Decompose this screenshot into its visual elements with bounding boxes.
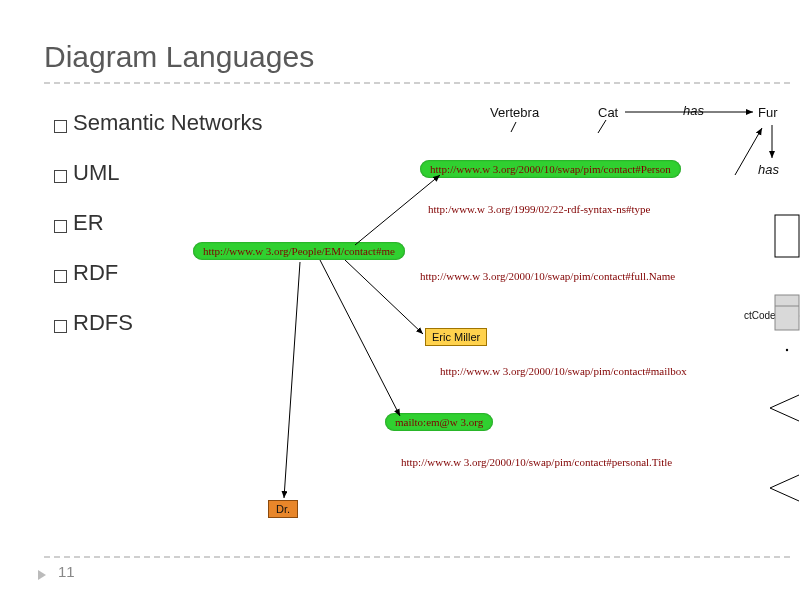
semnet-vertebra: Vertebra <box>490 105 539 120</box>
bullet-label: RDFS <box>73 310 133 336</box>
bullet-label: RDF <box>73 260 118 286</box>
divider-top <box>44 82 790 84</box>
rdf-node-eric: Eric Miller <box>425 328 487 346</box>
bullet-uml: UML <box>54 160 263 186</box>
bullet-er: ER <box>54 210 263 236</box>
bullet-label: Semantic Networks <box>73 110 263 136</box>
semnet-has: has <box>683 103 704 118</box>
slide-title: Diagram Languages <box>44 40 314 74</box>
bullet-rdf: RDF <box>54 260 263 286</box>
semnet-cat: Cat <box>598 105 618 120</box>
bullet-icon <box>54 170 67 183</box>
rdf-edge-type: http:/www.w 3.org/1999/02/22-rdf-syntax-… <box>428 203 650 215</box>
svg-point-3 <box>786 349 788 351</box>
bullet-icon <box>54 320 67 333</box>
bullet-label: ER <box>73 210 104 236</box>
bullet-icon <box>54 270 67 283</box>
uml-multiplicity: ...* <box>776 244 788 255</box>
bullet-semantic-networks: Semantic Networks <box>54 110 263 136</box>
bullet-rdfs: RDFS <box>54 310 263 336</box>
rdf-edge-personaltitle: http://www.w 3.org/2000/10/swap/pim/cont… <box>401 456 672 468</box>
bullet-label: UML <box>73 160 119 186</box>
bullet-icon <box>54 220 67 233</box>
rdf-node-mailto: mailto:em@w 3.org <box>385 413 493 431</box>
page-pointer-icon <box>38 570 46 580</box>
semnet-fur: Fur <box>758 105 778 120</box>
bullet-list: Semantic Networks UML ER RDF RDFS <box>54 110 263 360</box>
rdf-node-dr: Dr. <box>268 500 298 518</box>
rdf-node-me: http://www.w 3.org/People/EM/contact#me <box>193 242 405 260</box>
slide: Diagram Languages Semantic Networks UML … <box>0 0 800 600</box>
bullet-icon <box>54 120 67 133</box>
page-number: 11 <box>58 563 75 580</box>
rdf-edge-mailbox: http://www.w 3.org/2000/10/swap/pim/cont… <box>440 365 687 377</box>
uml-fragment-label: ctCode(String) <box>744 310 800 321</box>
semnet-has2: has <box>758 162 779 177</box>
rdf-edge-fullname: http://www.w 3.org/2000/10/swap/pim/cont… <box>420 270 675 282</box>
rdf-node-person: http://www.w 3.org/2000/10/swap/pim/cont… <box>420 160 681 178</box>
divider-bottom <box>44 556 790 558</box>
